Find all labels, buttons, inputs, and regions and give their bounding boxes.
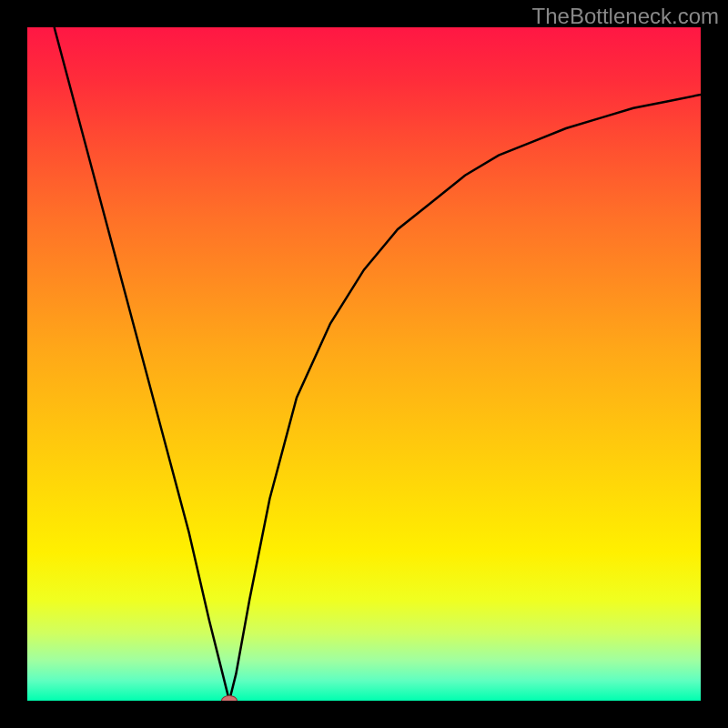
bottleneck-curve [55,27,701,701]
chart-container: TheBottleneck.com [0,0,728,728]
watermark-text: TheBottleneck.com [532,4,719,29]
plot-area [27,27,701,701]
curve-svg [27,27,701,701]
optimal-point-marker [221,695,238,701]
